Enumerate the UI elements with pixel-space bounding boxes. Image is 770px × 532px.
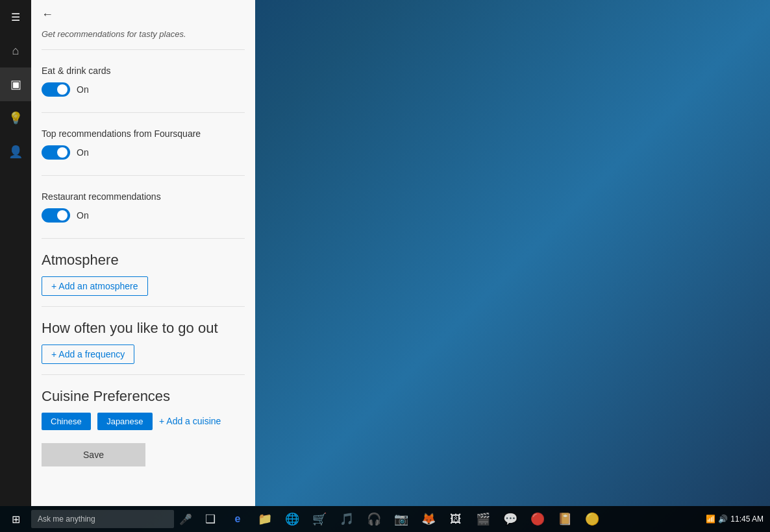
lightroom-button[interactable]: 📷	[388, 506, 414, 532]
toggle-thumb	[57, 84, 68, 95]
restaurant-row: Restaurant recommendations On	[42, 181, 245, 233]
save-button[interactable]: Save	[42, 443, 145, 466]
toggle-thumb-2	[57, 147, 68, 158]
lightbulb-icon: 💡	[8, 111, 23, 125]
foursquare-state: On	[77, 147, 89, 158]
firefox-icon: 🦊	[421, 512, 436, 526]
foursquare-label: Top recommendations from Foursquare	[42, 128, 245, 139]
add-cuisine-button[interactable]: + Add a cuisine	[159, 416, 221, 426]
opera-icon: 🔴	[530, 512, 545, 526]
eat-drink-toggle-group: On	[42, 82, 245, 97]
premiere-button[interactable]: 🎬	[470, 506, 496, 532]
premiere-icon: 🎬	[476, 512, 490, 526]
store-button[interactable]: 🛒	[306, 506, 332, 532]
sticky-button[interactable]: 🟡	[579, 506, 605, 532]
cuisine-section: Cuisine Preferences Chinese Japanese + A…	[42, 388, 245, 430]
sidebar-item-tips[interactable]: 💡	[0, 101, 31, 135]
divider-6	[42, 374, 245, 375]
firefox-button[interactable]: 🦊	[416, 506, 441, 532]
sidebar-item-people[interactable]: 👤	[0, 135, 31, 169]
content-header: ←	[31, 0, 255, 29]
cortana-window: ☰ ⌂ ▣ 💡 👤 ← Get recommendations for tast…	[0, 0, 255, 506]
subtitle-text: Get recommendations for tasty places.	[42, 29, 245, 39]
taskview-button[interactable]: ❑	[197, 506, 223, 532]
cuisine-tag-chinese[interactable]: Chinese	[42, 413, 91, 430]
divider-1	[42, 49, 245, 50]
opera-button[interactable]: 🔴	[525, 506, 551, 532]
back-button[interactable]: ←	[42, 8, 53, 21]
explorer-button[interactable]: 📁	[252, 506, 278, 532]
taskbar: ⊞ Ask me anything 🎤 ❑ e 📁 🌐 🛒 🎵 🎧 📷	[0, 506, 770, 532]
eat-drink-state: On	[77, 84, 89, 95]
edge-icon-button[interactable]: e	[225, 506, 251, 532]
sticky-icon: 🟡	[585, 512, 599, 526]
content-inner: Get recommendations for tasty places. Ea…	[31, 29, 255, 466]
home-icon: ⌂	[12, 44, 19, 58]
hamburger-button[interactable]: ☰	[0, 0, 31, 34]
windows-icon: ⊞	[12, 513, 20, 526]
deezer-button[interactable]: 🎧	[361, 506, 387, 532]
atmosphere-heading: Atmosphere	[42, 252, 245, 269]
start-button[interactable]: ⊞	[0, 506, 31, 532]
divider-2	[42, 112, 245, 113]
chrome-icon: 🌐	[285, 512, 299, 526]
divider-5	[42, 306, 245, 307]
eat-drink-cards-row: Eat & drink cards On	[42, 55, 245, 107]
groove-button[interactable]: 🎵	[334, 506, 360, 532]
eat-drink-label: Eat & drink cards	[42, 66, 245, 76]
ps-button[interactable]: 🖼	[443, 506, 469, 532]
foursquare-row: Top recommendations from Foursquare On	[42, 118, 245, 170]
eat-drink-toggle[interactable]	[42, 82, 70, 97]
people-icon: 👤	[8, 145, 23, 159]
taskview-icon: ❑	[205, 512, 216, 526]
foursquare-toggle-group: On	[42, 145, 245, 160]
notebook-icon: ▣	[10, 77, 21, 91]
frequency-heading: How often you like to go out	[42, 320, 245, 337]
skype-button[interactable]: 💬	[497, 506, 523, 532]
cuisine-tag-japanese[interactable]: Japanese	[97, 413, 152, 430]
add-atmosphere-button[interactable]: + Add an atmosphere	[42, 276, 148, 296]
clock: 11:45 AM	[730, 514, 764, 524]
skype-icon: 💬	[503, 512, 517, 526]
divider-3	[42, 175, 245, 176]
search-bar[interactable]: Ask me anything	[31, 510, 174, 528]
main-content-scroll[interactable]: ← Get recommendations for tasty places. …	[31, 0, 255, 506]
store-icon: 🛒	[312, 512, 327, 526]
search-placeholder: Ask me anything	[38, 514, 95, 524]
deezer-icon: 🎧	[367, 512, 381, 526]
restaurant-state: On	[77, 210, 89, 221]
sidebar-item-notebook[interactable]: ▣	[0, 67, 31, 101]
cuisine-tags: Chinese Japanese + Add a cuisine	[42, 413, 245, 430]
toggle-thumb-3	[57, 210, 68, 221]
volume-icon: 🔊	[718, 514, 728, 524]
groove-icon: 🎵	[340, 512, 354, 526]
chrome-button[interactable]: 🌐	[279, 506, 305, 532]
network-icon: 📶	[706, 514, 715, 524]
sidebar: ☰ ⌂ ▣ 💡 👤	[0, 0, 31, 506]
mic-button[interactable]: 🎤	[179, 513, 192, 526]
sidebar-item-home[interactable]: ⌂	[0, 34, 31, 67]
add-frequency-button[interactable]: + Add a frequency	[42, 345, 134, 364]
edge-icon: e	[235, 513, 241, 525]
restaurant-toggle-group: On	[42, 208, 245, 223]
lightroom-icon: 📷	[394, 512, 408, 526]
foursquare-toggle[interactable]	[42, 145, 70, 160]
folder-icon: 📁	[258, 512, 272, 526]
taskbar-right: 📶 🔊 11:45 AM	[706, 514, 770, 524]
ps-icon: 🖼	[450, 513, 462, 526]
cuisine-heading: Cuisine Preferences	[42, 388, 245, 405]
taskbar-app-icons: ❑ e 📁 🌐 🛒 🎵 🎧 📷 🦊 🖼 🎬	[197, 506, 605, 532]
onenote-icon: 📔	[558, 512, 572, 526]
restaurant-label: Restaurant recommendations	[42, 191, 245, 202]
divider-4	[42, 238, 245, 239]
restaurant-toggle[interactable]	[42, 208, 70, 223]
hamburger-icon: ☰	[11, 11, 20, 23]
onenote-button[interactable]: 📔	[552, 506, 578, 532]
